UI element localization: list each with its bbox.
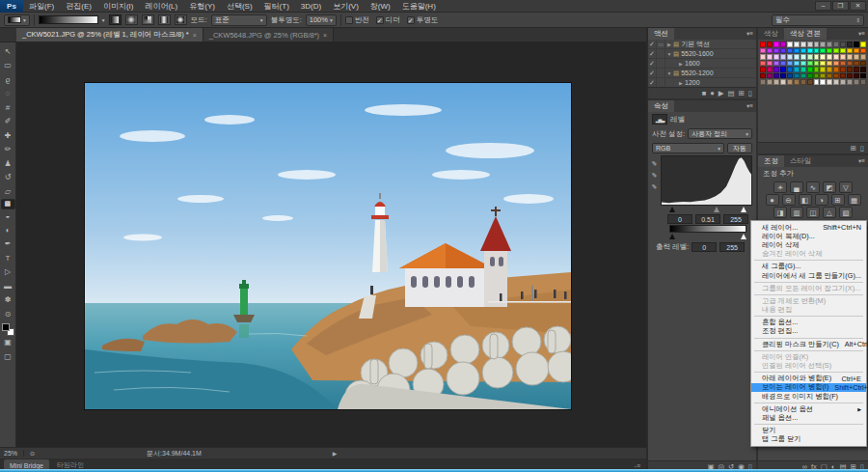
menu-item-3[interactable]: 레이어(L) [139,0,183,13]
swatch-36[interactable] [787,54,793,60]
clone-stamp-tool[interactable]: ♟ [1,156,15,171]
delete-icon[interactable]: ▯ [748,89,752,98]
minimize-button[interactable]: – [815,1,831,11]
swatch-21[interactable] [794,48,800,54]
output-white-slider[interactable] [741,234,746,239]
document-tab-1[interactable]: _CKW5648.JPG @ 25% (RGB/8*)× [203,28,334,42]
play-icon[interactable]: ▶ [719,89,724,98]
swatch-29[interactable] [847,48,853,54]
swatch-73[interactable] [820,67,826,72]
tab-color[interactable]: 색상 [758,28,784,40]
swatch-44[interactable] [840,54,846,60]
context-menu-item-29[interactable]: 탭 그룹 닫기 [751,435,866,444]
swatch-81[interactable] [767,73,773,79]
hand-tool[interactable]: ✽ [1,293,15,308]
zoom-level[interactable]: 25% [4,450,24,457]
swatch-79[interactable] [860,67,866,72]
swatch-43[interactable] [833,54,839,60]
menu-item-0[interactable]: 파일(F) [23,0,60,13]
posterize-icon[interactable]: ▥ [790,207,803,218]
menu-item-10[interactable]: 도움말(H) [396,0,442,13]
black-input-slider[interactable] [669,207,675,212]
input-low-field[interactable]: 0 [667,214,692,224]
auto-button[interactable]: 자동 [727,143,752,153]
quick-mask-button[interactable]: ▣ [1,336,15,350]
swatch-14[interactable] [854,42,859,47]
levels-icon[interactable]: ▄ [790,181,803,193]
swatch-22[interactable] [800,48,806,54]
swatch-66[interactable] [773,67,779,72]
swatch-9[interactable] [820,42,826,47]
tool-preset-picker[interactable]: ▾ [4,14,30,26]
swatch-41[interactable] [820,54,826,60]
swatch-11[interactable] [833,42,839,47]
delete-icon[interactable]: ▯ [860,144,864,153]
swatch-23[interactable] [807,48,813,54]
swatch-78[interactable] [854,67,859,72]
type-tool[interactable]: T [1,251,15,265]
swatch-99[interactable] [780,79,786,85]
swatch-5[interactable] [794,42,800,47]
zoom-tool[interactable]: ⊙ [1,307,15,321]
swatch-40[interactable] [814,54,820,60]
blend-mode-select[interactable]: 표준 ▾ [211,14,267,26]
swatch-35[interactable] [780,54,786,60]
radial-gradient-button[interactable] [125,14,138,25]
chevron-down-icon[interactable]: ▾ [102,17,105,23]
swatch-20[interactable] [787,48,793,54]
swatch-49[interactable] [767,61,773,67]
swatch-31[interactable] [860,48,866,54]
swatch-94[interactable] [854,73,859,79]
swatch-98[interactable] [773,79,779,85]
swatch-89[interactable] [820,73,826,79]
gradient-preview[interactable] [39,15,98,24]
swatch-97[interactable] [767,79,773,85]
new-swatch-icon[interactable]: ⊞ [851,144,856,153]
screen-mode-button[interactable]: ▢ [1,349,15,364]
panel-menu-icon[interactable]: ▾≡ [746,102,756,110]
white-input-slider[interactable] [741,207,746,212]
expand-arrow-icon[interactable]: ▶ [665,42,673,47]
swatch-86[interactable] [800,73,806,79]
swatch-75[interactable] [833,67,839,72]
expand-arrow-icon[interactable]: ▶ [677,61,685,67]
eraser-tool[interactable]: ▱ [1,184,15,199]
action-row-2[interactable]: ✓▶1600 [648,59,756,69]
swatch-26[interactable] [827,48,832,54]
swatch-52[interactable] [787,61,793,67]
gamma-input-slider[interactable] [714,207,719,212]
input-high-field[interactable]: 255 [723,214,748,224]
foreground-color-chip[interactable] [2,323,10,331]
swatch-93[interactable] [847,73,853,79]
swatch-48[interactable] [760,61,766,67]
swatch-33[interactable] [767,54,773,60]
checkbox-2[interactable]: ✓투명도 [407,15,439,25]
swatch-87[interactable] [807,73,813,79]
swatch-34[interactable] [773,54,779,60]
swatch-62[interactable] [854,61,859,67]
menu-item-9[interactable]: 창(W) [365,0,396,13]
swatch-70[interactable] [800,67,806,72]
eyedropper-tool[interactable]: ✐ [1,115,15,129]
swatch-100[interactable] [787,79,793,85]
swatch-13[interactable] [847,42,853,47]
panel-menu-icon[interactable]: ▾≡ [746,30,756,38]
restore-button[interactable]: ❐ [832,1,849,11]
swatch-105[interactable] [820,79,826,85]
context-menu-item-6[interactable]: 레이어에서 새 그룹 만들기(G)... [751,271,866,280]
swatch-12[interactable] [840,42,846,47]
canvas-area[interactable] [16,42,646,447]
context-menu-item-16[interactable]: 클리핑 마스크 만들기(C)Alt+Ctrl+G [751,340,866,348]
swatch-7[interactable] [807,42,813,47]
stop-icon[interactable]: ■ [702,89,707,98]
swatch-71[interactable] [807,67,813,72]
input-gamma-field[interactable]: 0.51 [695,214,720,224]
action-dialog-toggle-icon[interactable] [657,59,665,68]
swatch-72[interactable] [814,67,820,72]
swatch-28[interactable] [840,48,846,54]
menu-item-2[interactable]: 이미지(I) [97,0,140,13]
checkbox-1[interactable]: ✓디더 [376,15,400,25]
swatch-90[interactable] [827,73,832,79]
swatch-107[interactable] [833,79,839,85]
swatch-0[interactable] [760,42,766,47]
